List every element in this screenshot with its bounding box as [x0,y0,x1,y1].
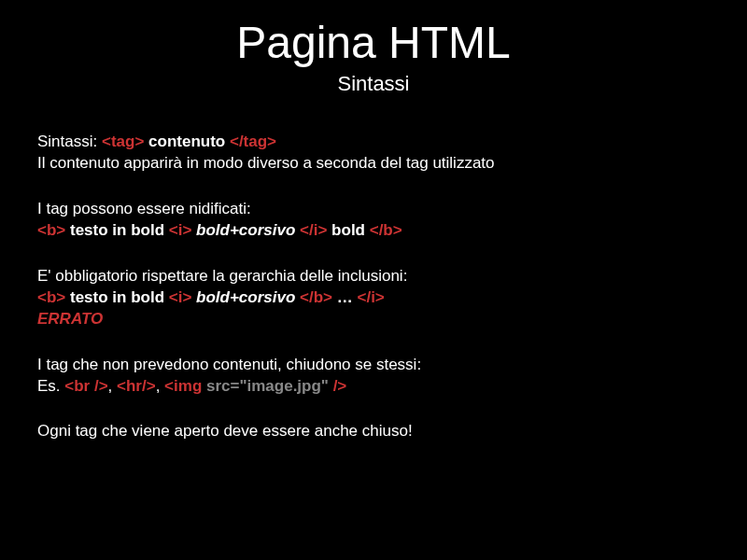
block-selfclosing: I tag che non prevedono contenuti, chiud… [37,355,710,398]
hierarchy-intro: E' obbligatorio rispettare la gerarchia … [37,267,407,285]
text-bold2: bold [327,221,369,239]
img-tag-attr: src="image.jpg" [206,377,329,395]
i-close: </i> [300,221,327,239]
text-bolditalic: bold+corsivo [191,221,300,239]
text-bold3: testo in bold [65,288,169,306]
br-tag: <br /> [64,377,107,395]
tag-close: </tag> [230,133,276,150]
comma1: , [108,377,117,395]
img-tag-open: <img [164,377,206,395]
closing-rule: Ogni tag che viene aperto deve essere an… [37,422,413,440]
es-label: Es. [37,377,64,395]
syntax-desc: Il contenuto apparirà in modo diverso a … [37,154,495,172]
nested-intro: I tag possono essere nidificati: [37,200,251,217]
i-close-wrong: </i> [358,288,385,306]
hr-tag: <hr/> [117,377,156,395]
slide-subtitle: Sintassi [37,72,710,96]
text-bolditalic2: bold+corsivo [191,288,300,306]
ellipsis: … [332,288,357,306]
b-open2: <b> [37,288,65,306]
tag-open: <tag> [102,133,144,150]
block-closing-rule: Ogni tag che viene aperto deve essere an… [37,421,710,442]
selfclosing-intro: I tag che non prevedono contenuti, chiud… [37,356,421,373]
slide-title: Pagina HTML [37,17,710,68]
text-bold: testo in bold [65,221,169,239]
img-tag-close: /> [329,377,346,395]
block-nested: I tag possono essere nidificati: <b> tes… [37,199,710,242]
b-close-wrong: </b> [300,288,332,306]
comma2: , [156,377,164,395]
b-close: </b> [370,221,402,239]
syntax-label: Sintassi: [37,133,102,150]
tag-content: contenuto [144,133,230,150]
i-open2: <i> [169,288,192,306]
slide-content: Sintassi: <tag> contenuto </tag> Il cont… [37,132,710,442]
errato-label: ERRATO [37,310,103,328]
block-hierarchy: E' obbligatorio rispettare la gerarchia … [37,266,710,330]
i-open: <i> [169,221,192,239]
block-syntax: Sintassi: <tag> contenuto </tag> Il cont… [37,132,710,175]
b-open: <b> [37,221,65,239]
